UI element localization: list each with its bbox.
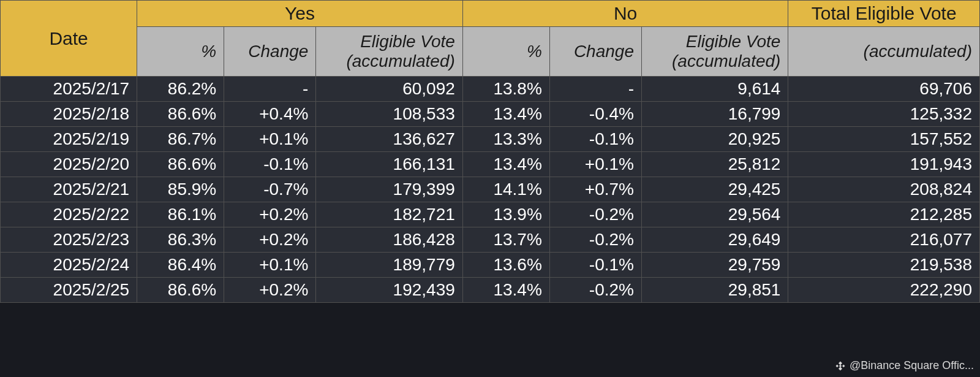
table-row: 2025/2/1986.7%+0.1%136,62713.3%-0.1%20,9… [1, 127, 980, 152]
subheader-yes-change: Change [224, 27, 316, 77]
subheader-no-pct: % [462, 27, 549, 77]
cell-date: 2025/2/22 [1, 202, 137, 227]
cell-yes_pct: 86.6% [137, 152, 224, 177]
cell-no_pct: 14.1% [462, 177, 549, 202]
cell-yes_pct: 86.7% [137, 127, 224, 152]
cell-no_pct: 13.3% [462, 127, 549, 152]
table-row: 2025/2/2386.3%+0.2%186,42813.7%-0.2%29,6… [1, 227, 980, 253]
table-row: 2025/2/1786.2%-60,09213.8%-9,61469,706 [1, 77, 980, 102]
attribution-text: @Binance Square Offic... [850, 359, 974, 372]
cell-date: 2025/2/17 [1, 77, 137, 102]
cell-no_change: +0.7% [549, 177, 641, 202]
cell-yes_pct: 86.4% [137, 253, 224, 278]
table-row: 2025/2/2486.4%+0.1%189,77913.6%-0.1%29,7… [1, 253, 980, 278]
cell-total: 216,077 [788, 227, 980, 253]
cell-no_acc: 29,851 [641, 278, 788, 303]
cell-total: 191,943 [788, 152, 980, 177]
header-no: No [462, 1, 788, 27]
cell-date: 2025/2/24 [1, 253, 137, 278]
cell-date: 2025/2/18 [1, 102, 137, 127]
cell-total: 208,824 [788, 177, 980, 202]
attribution: @Binance Square Offic... [835, 359, 974, 372]
cell-date: 2025/2/25 [1, 278, 137, 303]
cell-yes_acc: 60,092 [316, 77, 462, 102]
cell-no_change: - [549, 77, 641, 102]
subheader-yes-pct: % [137, 27, 224, 77]
cell-no_acc: 29,425 [641, 177, 788, 202]
cell-yes_acc: 108,533 [316, 102, 462, 127]
cell-no_change: -0.2% [549, 278, 641, 303]
header-date: Date [1, 1, 137, 77]
cell-yes_change: - [224, 77, 316, 102]
cell-yes_acc: 186,428 [316, 227, 462, 253]
cell-no_pct: 13.7% [462, 227, 549, 253]
table-row: 2025/2/1886.6%+0.4%108,53313.4%-0.4%16,7… [1, 102, 980, 127]
cell-yes_acc: 182,721 [316, 202, 462, 227]
cell-date: 2025/2/23 [1, 227, 137, 253]
cell-yes_acc: 166,131 [316, 152, 462, 177]
cell-yes_pct: 86.3% [137, 227, 224, 253]
cell-yes_change: -0.7% [224, 177, 316, 202]
cell-yes_change: -0.1% [224, 152, 316, 177]
cell-yes_pct: 86.6% [137, 102, 224, 127]
cell-total: 222,290 [788, 278, 980, 303]
cell-yes_acc: 179,399 [316, 177, 462, 202]
cell-yes_pct: 86.6% [137, 278, 224, 303]
subheader-no-change: Change [549, 27, 641, 77]
table-row: 2025/2/2086.6%-0.1%166,13113.4%+0.1%25,8… [1, 152, 980, 177]
cell-date: 2025/2/19 [1, 127, 137, 152]
cell-yes_pct: 85.9% [137, 177, 224, 202]
cell-no_pct: 13.4% [462, 278, 549, 303]
header-total-top: Total Eligible Vote [788, 1, 980, 27]
table-row: 2025/2/2185.9%-0.7%179,39914.1%+0.7%29,4… [1, 177, 980, 202]
cell-no_pct: 13.6% [462, 253, 549, 278]
cell-yes_change: +0.2% [224, 278, 316, 303]
cell-yes_acc: 189,779 [316, 253, 462, 278]
subheader-total: (accumulated) [788, 27, 980, 77]
cell-total: 157,552 [788, 127, 980, 152]
cell-no_pct: 13.4% [462, 102, 549, 127]
cell-no_acc: 25,812 [641, 152, 788, 177]
cell-no_change: -0.4% [549, 102, 641, 127]
cell-yes_acc: 136,627 [316, 127, 462, 152]
cell-yes_change: +0.2% [224, 227, 316, 253]
cell-yes_acc: 192,439 [316, 278, 462, 303]
cell-no_change: -0.1% [549, 127, 641, 152]
cell-yes_change: +0.4% [224, 102, 316, 127]
vote-results-table: Date Yes No Total Eligible Vote % Change… [0, 0, 980, 303]
cell-yes_change: +0.2% [224, 202, 316, 227]
cell-no_change: +0.1% [549, 152, 641, 177]
cell-date: 2025/2/21 [1, 177, 137, 202]
cell-no_pct: 13.4% [462, 152, 549, 177]
cell-no_acc: 20,925 [641, 127, 788, 152]
cell-total: 219,538 [788, 253, 980, 278]
table-row: 2025/2/2586.6%+0.2%192,43913.4%-0.2%29,8… [1, 278, 980, 303]
cell-no_pct: 13.9% [462, 202, 549, 227]
table-row: 2025/2/2286.1%+0.2%182,72113.9%-0.2%29,5… [1, 202, 980, 227]
header-yes: Yes [137, 1, 463, 27]
cell-no_acc: 29,564 [641, 202, 788, 227]
binance-icon [835, 360, 846, 371]
cell-total: 69,706 [788, 77, 980, 102]
cell-no_acc: 9,614 [641, 77, 788, 102]
cell-no_acc: 16,799 [641, 102, 788, 127]
cell-no_change: -0.1% [549, 253, 641, 278]
cell-total: 212,285 [788, 202, 980, 227]
cell-yes_change: +0.1% [224, 127, 316, 152]
cell-no_acc: 29,759 [641, 253, 788, 278]
cell-date: 2025/2/20 [1, 152, 137, 177]
subheader-yes-acc: Eligible Vote (accumulated) [316, 27, 462, 77]
cell-yes_change: +0.1% [224, 253, 316, 278]
cell-total: 125,332 [788, 102, 980, 127]
cell-no_change: -0.2% [549, 202, 641, 227]
cell-no_acc: 29,649 [641, 227, 788, 253]
cell-yes_pct: 86.1% [137, 202, 224, 227]
cell-no_change: -0.2% [549, 227, 641, 253]
cell-no_pct: 13.8% [462, 77, 549, 102]
subheader-no-acc: Eligible Vote (accumulated) [641, 27, 788, 77]
cell-yes_pct: 86.2% [137, 77, 224, 102]
